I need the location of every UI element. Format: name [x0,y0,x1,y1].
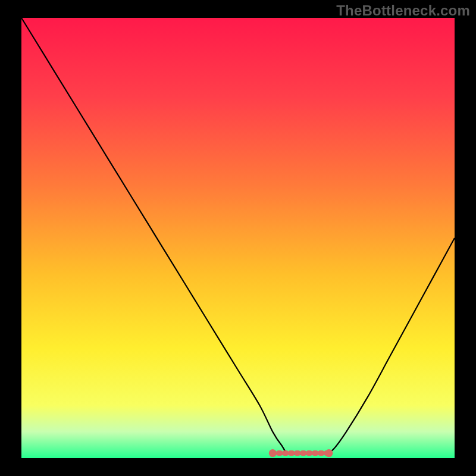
chart-frame: TheBottleneck.com [0,0,476,476]
svg-point-1 [269,449,277,457]
gradient-background [21,18,455,458]
plot-area [21,18,455,458]
watermark-text: TheBottleneck.com [336,2,470,19]
svg-point-2 [325,449,333,457]
plot-svg [21,18,455,458]
